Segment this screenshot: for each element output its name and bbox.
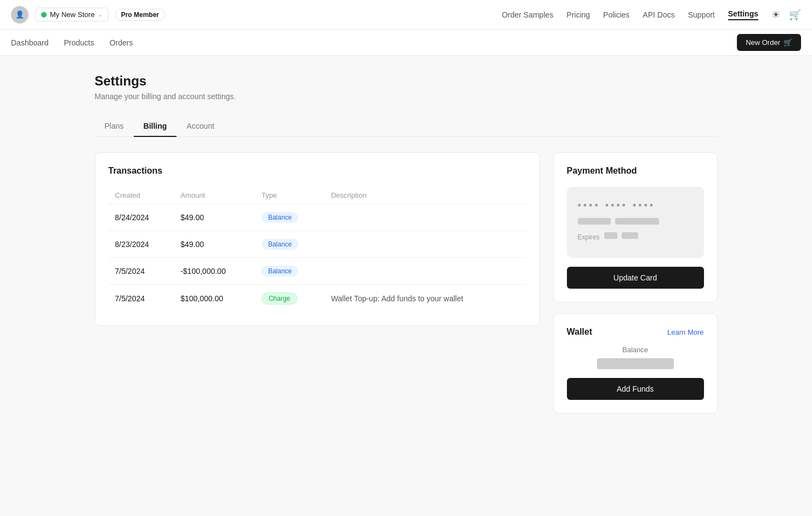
table-row: 7/5/2024-$100,000.00Balance (109, 258, 526, 285)
new-order-label: New Order (746, 38, 780, 47)
col-created: Created (109, 187, 174, 204)
nav-pricing[interactable]: Pricing (566, 10, 590, 19)
wallet-balance-blurred (597, 358, 674, 369)
col-type: Type (255, 187, 325, 204)
table-row: 8/24/2024$49.00Balance (109, 204, 526, 231)
cell-amount: $49.00 (174, 231, 255, 258)
cart-button[interactable]: 🛒 (789, 9, 801, 21)
cell-type: Balance (255, 231, 325, 258)
payment-method-card: Payment Method •••• •••• •••• Expires Up… (553, 152, 718, 302)
credit-card-display: •••• •••• •••• Expires (567, 187, 704, 258)
page-subtitle: Manage your billing and account settings… (95, 92, 718, 101)
cell-description (325, 258, 526, 285)
card-name-blurred-2 (615, 218, 659, 225)
store-selector[interactable]: My New Store ⌄ (35, 8, 109, 21)
cell-created: 8/24/2024 (109, 204, 174, 231)
col-amount: Amount (174, 187, 255, 204)
nav-products[interactable]: Products (64, 38, 94, 47)
store-name: My New Store (50, 10, 95, 19)
nav-orders[interactable]: Orders (110, 38, 133, 47)
cell-description (325, 204, 526, 231)
tab-billing[interactable]: Billing (134, 116, 177, 137)
right-col: Payment Method •••• •••• •••• Expires Up… (553, 152, 718, 414)
tab-plans[interactable]: Plans (95, 116, 134, 137)
type-badge: Balance (262, 266, 298, 277)
type-badge: Balance (262, 239, 298, 250)
second-nav-left: Dashboard Products Orders (11, 38, 133, 47)
avatar[interactable]: 👤 (11, 6, 29, 24)
pro-badge: Pro Member (115, 9, 165, 21)
settings-tabs: Plans Billing Account (95, 116, 718, 137)
update-card-button[interactable]: Update Card (567, 267, 704, 289)
cell-amount: $100,000.00 (174, 285, 255, 313)
balance-label: Balance (567, 346, 704, 354)
table-row: 8/23/2024$49.00Balance (109, 231, 526, 258)
learn-more-link[interactable]: Learn More (667, 328, 703, 336)
second-nav: Dashboard Products Orders New Order 🛒 (0, 30, 812, 56)
nav-policies[interactable]: Policies (603, 10, 629, 19)
new-order-button[interactable]: New Order 🛒 (737, 34, 801, 51)
cell-description: Wallet Top-up: Add funds to your wallet (325, 285, 526, 313)
cell-description (325, 231, 526, 258)
table-row: 7/5/2024$100,000.00ChargeWallet Top-up: … (109, 285, 526, 313)
store-status-dot (41, 12, 47, 18)
card-expiry-year (622, 232, 638, 239)
wallet-title: Wallet (567, 327, 593, 337)
nav-api-docs[interactable]: API Docs (643, 10, 674, 19)
cell-amount: -$100,000.00 (174, 258, 255, 285)
cell-type: Charge (255, 285, 325, 313)
nav-icons: ☀ 🛒 (771, 9, 801, 21)
transactions-card: Transactions Created Amount Type Descrip… (95, 152, 540, 326)
payment-method-title: Payment Method (567, 166, 704, 176)
card-expires-label: Expires (578, 233, 600, 241)
transactions-title: Transactions (109, 166, 526, 176)
cell-created: 7/5/2024 (109, 285, 174, 313)
col-description: Description (325, 187, 526, 204)
nav-support[interactable]: Support (688, 10, 715, 19)
cell-amount: $49.00 (174, 204, 255, 231)
card-expiry-month (604, 232, 617, 239)
main-content: Settings Manage your billing and account… (77, 56, 735, 431)
cell-type: Balance (255, 258, 325, 285)
theme-toggle-button[interactable]: ☀ (771, 9, 780, 21)
nav-order-samples[interactable]: Order Samples (502, 10, 553, 19)
wallet-header: Wallet Learn More (567, 327, 704, 337)
type-badge: Charge (262, 293, 297, 305)
nav-dashboard[interactable]: Dashboard (11, 38, 49, 47)
top-nav-left: 👤 My New Store ⌄ Pro Member (11, 6, 165, 24)
transactions-section: Transactions Created Amount Type Descrip… (95, 152, 540, 326)
page-title: Settings (95, 73, 718, 89)
top-nav-right: Order Samples Pricing Policies API Docs … (502, 9, 801, 21)
wallet-card: Wallet Learn More Balance Add Funds (553, 313, 718, 414)
chevron-down-icon: ⌄ (98, 12, 103, 18)
top-nav: 👤 My New Store ⌄ Pro Member Order Sample… (0, 0, 812, 30)
add-funds-button[interactable]: Add Funds (567, 378, 704, 400)
cell-created: 8/23/2024 (109, 231, 174, 258)
cell-created: 7/5/2024 (109, 258, 174, 285)
card-name-blurred (578, 218, 611, 225)
card-number-dots: •••• •••• •••• (578, 200, 693, 211)
cell-type: Balance (255, 204, 325, 231)
nav-settings[interactable]: Settings (728, 9, 758, 20)
content-grid: Transactions Created Amount Type Descrip… (95, 152, 718, 414)
tab-account[interactable]: Account (177, 116, 224, 137)
type-badge: Balance (262, 212, 298, 223)
cart-icon: 🛒 (783, 38, 792, 47)
transactions-table: Created Amount Type Description 8/24/202… (109, 187, 526, 312)
